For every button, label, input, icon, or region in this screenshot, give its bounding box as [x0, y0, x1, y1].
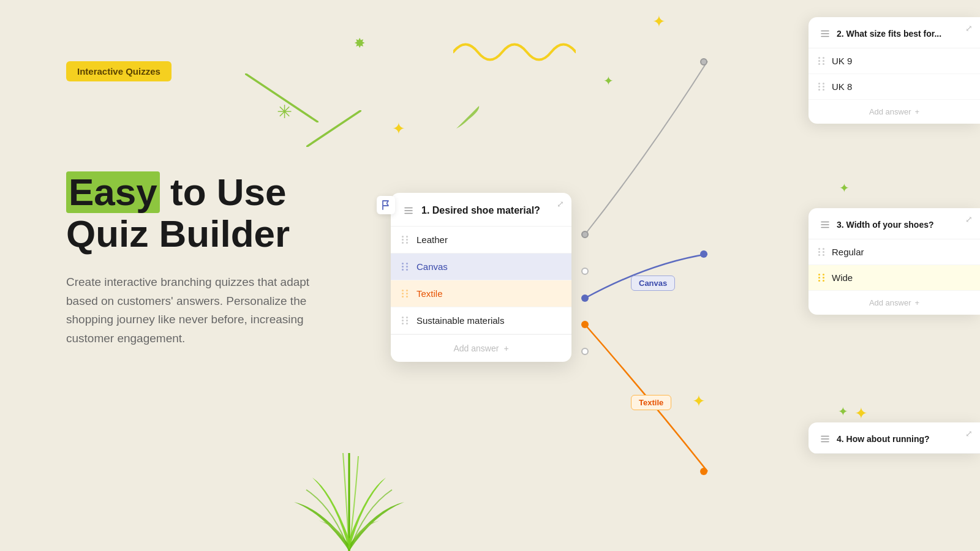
answer-leather-text: Leather	[417, 234, 448, 245]
headline-highlight: Easy	[66, 171, 160, 213]
add-answer-2[interactable]: Add answer +	[809, 100, 980, 124]
conn-dot-grey-1	[581, 231, 589, 238]
drag-handle-regular	[818, 248, 826, 256]
add-answer-2-text: Add answer	[869, 107, 911, 116]
quiz-card-2-header: 2. What size fits best for...	[809, 17, 980, 48]
flag-button[interactable]	[377, 196, 395, 214]
add-answer-1[interactable]: Add answer +	[391, 334, 571, 362]
quiz-card-1-title: 1. Desired shoe material?	[421, 205, 540, 216]
quiz-card-2-title: 2. What size fits best for...	[837, 29, 941, 39]
list-icon-4	[820, 433, 831, 444]
conn-dot-blue-1	[581, 294, 589, 302]
svg-rect-7	[821, 36, 829, 37]
svg-rect-3	[404, 210, 413, 211]
quiz-card-1-header: 1. Desired shoe material?	[391, 193, 571, 227]
quiz-card-4-title: 4. How about running?	[837, 434, 930, 444]
line-decoration-1	[245, 73, 318, 122]
answer-canvas[interactable]: Canvas	[391, 253, 571, 280]
drag-handle-uk9	[818, 57, 826, 65]
expand-button-3[interactable]: ⤢	[965, 214, 973, 224]
conn-dot-empty-1	[581, 268, 589, 275]
expand-button-4[interactable]: ⤢	[965, 429, 973, 438]
answer-uk8: UK 8	[809, 74, 980, 100]
expand-button-2[interactable]: ⤢	[965, 23, 973, 33]
star-decoration-4: ✦	[392, 119, 405, 138]
asterisk-decoration: ✳	[277, 101, 292, 122]
quiz-card-3-title: 3. Width of your shoes?	[837, 220, 934, 230]
svg-rect-6	[821, 33, 829, 34]
line-decoration-2	[306, 110, 361, 147]
headline-rest: to Use	[160, 171, 287, 213]
answer-uk9-text: UK 9	[832, 56, 852, 66]
canvas-label-bubble: Canvas	[631, 276, 675, 291]
star-decoration-3: ✦	[854, 404, 868, 423]
star-green-2: ✦	[839, 181, 850, 195]
answer-uk8-text: UK 8	[832, 81, 852, 92]
svg-rect-10	[821, 227, 829, 228]
headline: Easy to Use Quiz Builder	[66, 171, 385, 255]
list-icon-1	[403, 205, 414, 216]
textile-label-bubble: Textile	[631, 395, 671, 410]
svg-line-0	[245, 73, 318, 122]
add-answer-3[interactable]: Add answer +	[809, 291, 980, 315]
hero-section: Easy to Use Quiz Builder Create interact…	[66, 171, 385, 348]
star-decoration-2: ✦	[692, 392, 706, 411]
list-icon-2	[820, 28, 831, 39]
svg-rect-4	[404, 213, 413, 214]
add-answer-plus-3: +	[915, 298, 920, 307]
interactive-quizzes-badge: Interactive Quizzes	[66, 61, 172, 81]
quiz-card-4: ⤢ 4. How about running?	[809, 422, 980, 454]
sparkle-decoration: ✸	[354, 36, 365, 51]
conn-dot-empty-2	[581, 348, 589, 355]
svg-rect-5	[821, 31, 829, 32]
star-green-1: ✦	[603, 73, 614, 88]
drag-handle-textile	[402, 290, 409, 298]
answer-canvas-text: Canvas	[417, 261, 448, 272]
quiz-card-3: ⤢ 3. Width of your shoes? Regular Wide A…	[809, 208, 980, 315]
svg-rect-2	[404, 208, 413, 209]
quiz-card-1: ⤢ 1. Desired shoe material? Leather Canv…	[391, 193, 571, 362]
answer-uk9: UK 9	[809, 48, 980, 74]
svg-rect-11	[821, 436, 829, 437]
answer-wide-text: Wide	[832, 272, 853, 283]
add-answer-1-text: Add answer	[453, 343, 499, 353]
plant-decoration	[288, 441, 410, 551]
star-decoration-1: ✦	[652, 12, 666, 31]
answer-leather: Leather	[391, 227, 571, 253]
conn-dot-blue-right	[700, 250, 707, 258]
answer-sustainable-text: Sustainable materials	[417, 315, 504, 326]
list-icon-3	[820, 219, 831, 230]
flag-icon	[382, 200, 390, 210]
hero-description: Create interactive branching quizzes tha…	[66, 273, 336, 348]
quiz-card-2: ⤢ 2. What size fits best for... UK 9 UK …	[809, 17, 980, 124]
star-green-3: ✦	[838, 404, 848, 419]
add-answer-plus-2: +	[915, 107, 920, 116]
quiz-card-4-header: 4. How about running?	[809, 422, 980, 454]
answer-regular-text: Regular	[832, 247, 864, 257]
drag-handle-sustainable	[402, 317, 409, 324]
conn-dot-orange-right	[700, 468, 707, 475]
headline-line2: Quiz Builder	[66, 212, 290, 255]
add-answer-3-text: Add answer	[869, 298, 911, 307]
squiggle-decoration	[453, 34, 576, 70]
svg-rect-13	[821, 441, 829, 443]
svg-rect-9	[821, 224, 829, 225]
add-answer-plus-1: +	[503, 343, 508, 353]
leaf-decoration	[453, 104, 481, 132]
svg-line-1	[306, 110, 361, 147]
conn-dot-grey-right	[700, 58, 707, 66]
answer-textile[interactable]: Textile	[391, 280, 571, 307]
svg-rect-12	[821, 438, 829, 440]
quiz-card-3-header: 3. Width of your shoes?	[809, 208, 980, 239]
drag-handle-uk8	[818, 83, 826, 91]
drag-handle-leather	[402, 236, 409, 244]
svg-rect-8	[821, 222, 829, 223]
answer-textile-text: Textile	[417, 288, 443, 299]
answer-wide[interactable]: Wide	[809, 265, 980, 291]
drag-handle-canvas	[402, 263, 409, 271]
answer-sustainable: Sustainable materials	[391, 307, 571, 334]
drag-handle-wide	[818, 274, 826, 282]
conn-dot-orange-1	[581, 321, 589, 328]
expand-button-1[interactable]: ⤢	[557, 199, 564, 209]
answer-regular: Regular	[809, 239, 980, 265]
